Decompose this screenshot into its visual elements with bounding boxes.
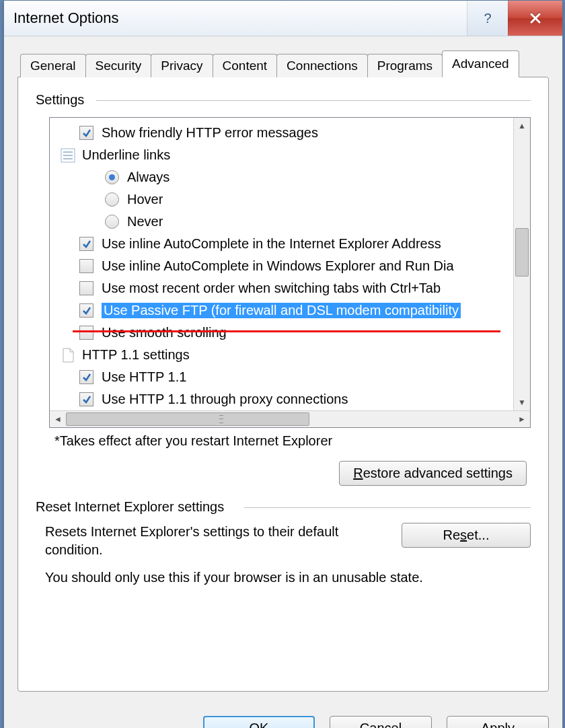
group-rule bbox=[96, 100, 531, 101]
tab-advanced[interactable]: Advanced bbox=[442, 50, 519, 77]
tab-content[interactable]: Content bbox=[213, 54, 278, 77]
settings-tree: Show friendly HTTP error messagesUnderli… bbox=[49, 117, 531, 428]
settings-item-label: Use most recent order when switching tab… bbox=[102, 281, 441, 296]
settings-item-label: Use smooth scrolling bbox=[102, 325, 227, 340]
checkbox[interactable] bbox=[79, 281, 93, 295]
scroll-down-icon: ▼ bbox=[514, 394, 530, 410]
settings-item-label: Use HTTP 1.1 bbox=[102, 369, 186, 385]
settings-item-label: Use inline AutoComplete in the Internet … bbox=[102, 236, 441, 252]
ok-button[interactable]: OK bbox=[203, 716, 315, 728]
checkbox[interactable] bbox=[79, 326, 93, 340]
settings-item-label: Use Passive FTP (for firewall and DSL mo… bbox=[102, 303, 461, 318]
help-button[interactable]: ? bbox=[467, 1, 508, 36]
dialog-window: Internet Options ? General Security Priv… bbox=[3, 0, 563, 728]
settings-item[interactable]: Underline links bbox=[61, 144, 513, 166]
settings-item-label: Always bbox=[127, 170, 170, 185]
scroll-left-icon: ◄ bbox=[50, 411, 66, 427]
restore-advanced-button[interactable]: Restore advanced settings bbox=[339, 461, 527, 486]
reset-group-label: Reset Internet Explorer settings bbox=[36, 499, 224, 514]
reset-button[interactable]: Reset... bbox=[402, 523, 531, 548]
settings-item[interactable]: Use inline AutoComplete in the Internet … bbox=[61, 233, 513, 255]
annotation-underline bbox=[73, 330, 500, 332]
tab-strip: General Security Privacy Content Connect… bbox=[17, 50, 549, 77]
apply-button[interactable]: Apply bbox=[447, 716, 549, 728]
settings-item[interactable]: HTTP 1.1 settings bbox=[61, 344, 513, 366]
settings-item-label: Use HTTP 1.1 through proxy connections bbox=[102, 392, 348, 407]
checkbox[interactable] bbox=[79, 259, 93, 273]
page-icon bbox=[61, 348, 75, 363]
radio[interactable] bbox=[105, 192, 119, 207]
vertical-scrollbar[interactable]: ▲ ▼ bbox=[513, 118, 530, 410]
reset-description: Resets Internet Explorer's settings to t… bbox=[45, 523, 381, 559]
tab-page-advanced: Settings Show friendly HTTP error messag… bbox=[17, 77, 549, 692]
close-icon bbox=[529, 12, 541, 24]
settings-item-label: Use inline AutoComplete in Windows Explo… bbox=[102, 258, 454, 274]
scroll-up-icon: ▲ bbox=[514, 118, 530, 134]
tab-connections[interactable]: Connections bbox=[276, 54, 368, 77]
window-title: Internet Options bbox=[13, 9, 467, 27]
titlebar: Internet Options ? bbox=[4, 1, 562, 36]
horizontal-scrollbar[interactable]: ◄ ► bbox=[50, 410, 530, 427]
settings-item[interactable]: Use Passive FTP (for firewall and DSL mo… bbox=[61, 299, 513, 322]
dialog-buttons: OK Cancel Apply bbox=[4, 698, 562, 728]
settings-footnote: *Takes effect after you restart Internet… bbox=[54, 433, 531, 449]
close-button[interactable] bbox=[508, 1, 562, 36]
client-area: General Security Privacy Content Connect… bbox=[4, 36, 562, 698]
settings-item[interactable]: Show friendly HTTP error messages bbox=[61, 122, 513, 144]
settings-item[interactable]: Use most recent order when switching tab… bbox=[61, 277, 513, 299]
settings-item[interactable]: Always bbox=[61, 166, 513, 188]
cancel-button[interactable]: Cancel bbox=[330, 716, 432, 728]
list-icon bbox=[61, 148, 75, 163]
scroll-thumb[interactable] bbox=[515, 228, 529, 277]
settings-group-label: Settings bbox=[36, 92, 84, 107]
reset-group: Reset Internet Explorer settings Resets … bbox=[36, 499, 531, 585]
checkbox[interactable] bbox=[79, 126, 93, 140]
scroll-thumb-h[interactable] bbox=[66, 412, 309, 426]
checkbox[interactable] bbox=[79, 237, 93, 251]
settings-item[interactable]: Use HTTP 1.1 through proxy connections bbox=[61, 388, 513, 410]
scroll-right-icon: ► bbox=[514, 411, 530, 427]
settings-item-label: Never bbox=[127, 214, 163, 229]
reset-note: You should only use this if your browser… bbox=[45, 570, 531, 585]
settings-group: Settings Show friendly HTTP error messag… bbox=[36, 92, 531, 486]
settings-item[interactable]: Hover bbox=[61, 188, 513, 211]
radio[interactable] bbox=[105, 170, 119, 184]
settings-item[interactable]: Use smooth scrolling bbox=[61, 322, 513, 344]
tab-security[interactable]: Security bbox=[85, 54, 152, 77]
settings-item-label: Show friendly HTTP error messages bbox=[102, 125, 318, 141]
settings-item-label: HTTP 1.1 settings bbox=[82, 347, 190, 363]
titlebar-buttons: ? bbox=[467, 1, 562, 36]
tab-privacy[interactable]: Privacy bbox=[151, 54, 213, 77]
settings-item-label: Hover bbox=[127, 192, 163, 207]
checkbox[interactable] bbox=[79, 392, 93, 406]
tab-general[interactable]: General bbox=[20, 54, 86, 77]
group-rule bbox=[244, 507, 531, 508]
checkbox[interactable] bbox=[79, 370, 93, 384]
settings-item-label: Underline links bbox=[82, 147, 170, 163]
radio[interactable] bbox=[105, 215, 119, 229]
settings-item[interactable]: Use HTTP 1.1 bbox=[61, 366, 513, 388]
settings-item[interactable]: Use inline AutoComplete in Windows Explo… bbox=[61, 255, 513, 277]
tab-programs[interactable]: Programs bbox=[367, 54, 443, 77]
settings-item[interactable]: Never bbox=[61, 211, 513, 233]
help-icon: ? bbox=[484, 11, 491, 26]
checkbox[interactable] bbox=[79, 303, 93, 318]
